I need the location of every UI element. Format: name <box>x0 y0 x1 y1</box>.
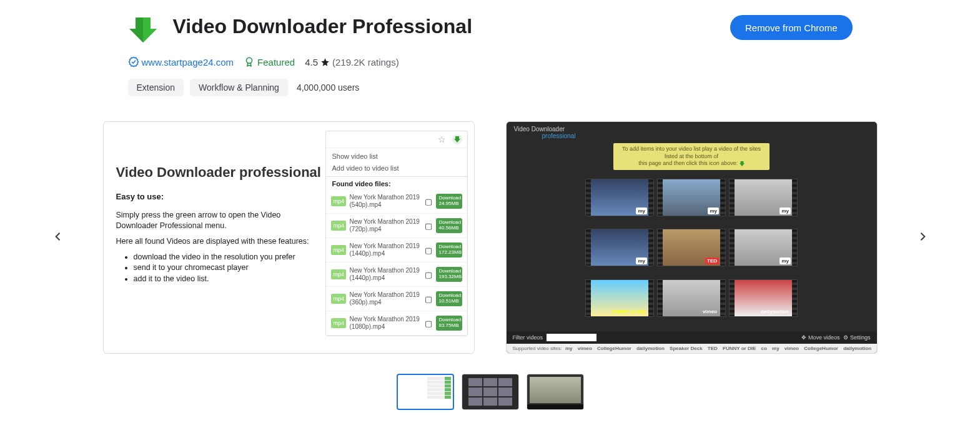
svg-point-0 <box>247 58 252 63</box>
s2-filter-input <box>547 334 596 341</box>
user-count: 4,000,000 users <box>297 82 359 92</box>
s1-subtitle: Easy to use: <box>116 192 322 201</box>
video-row: mp4New York Marathon 2019 (1440p).mp4▢Do… <box>326 238 467 262</box>
video-row: mp4New York Marathon 2019 (540p).mp4▢Dow… <box>326 189 467 214</box>
s2-banner: To add items into your video list play a… <box>613 143 770 170</box>
rating[interactable]: 4.5 (219.2K ratings) <box>305 57 399 68</box>
screenshot-1[interactable]: Video Downloader professional Easy to us… <box>103 121 475 354</box>
carousel-prev-button[interactable] <box>47 226 69 250</box>
verified-icon <box>128 56 139 68</box>
cast-icon: ▢ <box>425 246 432 255</box>
video-row: mp4New York Marathon 2019 (360p).mp4▢Dow… <box>326 287 467 311</box>
featured-badge: Featured <box>244 56 295 68</box>
publisher-site: www.startpage24.com <box>142 57 234 68</box>
s2-thumbnails: my my my my TED my FUNNY or DIE vimeo da… <box>507 174 877 331</box>
s1-popup: ☆ Show video list Add video to video lis… <box>325 131 468 336</box>
chip-category[interactable]: Workflow & Planning <box>190 79 288 96</box>
page-title: Video Downloader Professional <box>173 15 473 38</box>
remove-from-chrome-button[interactable]: Remove from Chrome <box>730 15 853 40</box>
cast-icon: ▢ <box>425 197 432 206</box>
carousel-thumbnails <box>128 374 853 410</box>
s2-supported-sites: Supported video sites: my vimeo CollegeH… <box>507 344 877 353</box>
chip-extension[interactable]: Extension <box>128 79 184 96</box>
cast-icon: ▢ <box>425 221 432 231</box>
s1-title: Video Downloader professional <box>116 164 322 181</box>
thumbnail-1[interactable] <box>397 374 454 410</box>
thumbnail-2[interactable] <box>462 374 519 410</box>
chevron-right-icon <box>916 231 929 243</box>
app-icon <box>128 15 158 45</box>
download-arrow-icon <box>452 134 462 144</box>
cast-icon: ▢ <box>425 294 432 304</box>
star-icon <box>320 58 330 67</box>
thumbnail-3[interactable] <box>527 374 584 410</box>
video-row: mp4New York Marathon 2019 (1440p).mp4▢Do… <box>326 262 467 287</box>
rating-count: (219.2K ratings) <box>332 57 399 68</box>
cast-icon: ▢ <box>425 319 432 328</box>
star-icon: ☆ <box>438 134 446 144</box>
screenshot-2[interactable]: Video Downloader professional To add ite… <box>506 121 878 354</box>
video-row: mp4New York Marathon 2019 (1080p).mp4▢Do… <box>326 311 467 336</box>
award-icon <box>244 56 255 68</box>
publisher-link[interactable]: www.startpage24.com <box>128 56 234 68</box>
cast-icon: ▢ <box>425 270 432 279</box>
carousel-next-button[interactable] <box>911 226 934 250</box>
chevron-left-icon <box>52 231 64 243</box>
video-row: mp4New York Marathon 2019 (720p).mp4▢Dow… <box>326 214 467 238</box>
